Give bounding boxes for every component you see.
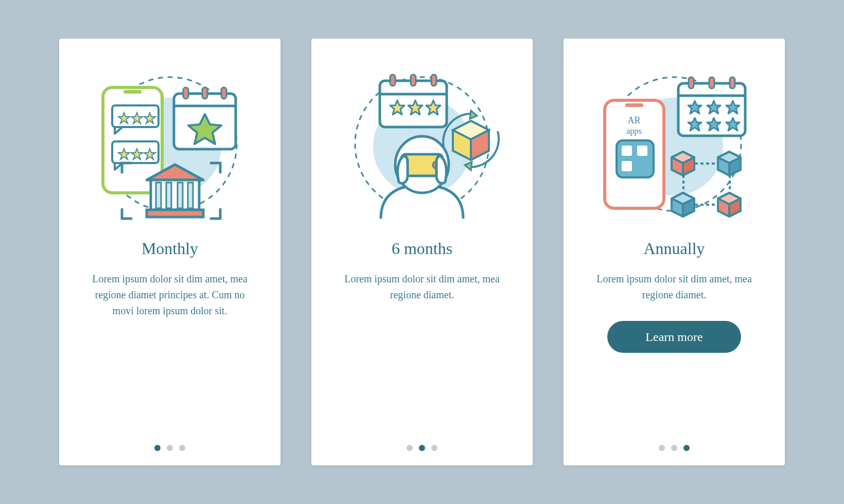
learn-more-button[interactable]: Learn more <box>607 321 741 353</box>
illustration-6months <box>340 59 504 224</box>
onboarding-card-6months: 6 months Lorem ipsum dolor sit dim amet,… <box>311 39 533 465</box>
card-body: Lorem ipsum dolor sit dim amet, mea regi… <box>340 271 504 303</box>
pager-dot[interactable] <box>671 445 677 451</box>
card-title: 6 months <box>392 239 452 258</box>
svg-rect-46 <box>637 146 647 156</box>
ar-label-line1: AR <box>627 115 640 125</box>
pager-dot[interactable] <box>167 445 173 451</box>
pager-dots <box>407 445 437 451</box>
pager-dots <box>154 445 185 451</box>
svg-rect-29 <box>390 75 395 86</box>
pager-dot[interactable] <box>683 445 690 451</box>
svg-rect-50 <box>709 77 714 88</box>
card-title: Annually <box>643 239 705 258</box>
pager-dot[interactable] <box>419 445 425 451</box>
card-title: Monthly <box>142 239 198 258</box>
svg-rect-17 <box>221 87 226 99</box>
svg-rect-24 <box>178 183 183 208</box>
pager-dot[interactable] <box>431 445 437 451</box>
svg-rect-49 <box>689 77 694 88</box>
svg-rect-51 <box>730 77 735 88</box>
card-body: Lorem ipsum dolor sit dim amet, mea regi… <box>87 271 252 319</box>
onboarding-card-annually: AR apps <box>564 39 785 465</box>
svg-rect-21 <box>147 210 203 217</box>
svg-rect-45 <box>622 146 632 156</box>
svg-marker-38 <box>470 111 477 119</box>
pager-dot[interactable] <box>659 445 665 451</box>
svg-rect-16 <box>202 87 207 99</box>
svg-rect-44 <box>617 140 654 177</box>
svg-rect-15 <box>183 87 188 99</box>
illustration-monthly <box>87 59 252 224</box>
pager-dots <box>659 445 690 451</box>
pager-dot[interactable] <box>179 445 185 451</box>
svg-rect-25 <box>188 183 193 208</box>
pager-dot[interactable] <box>154 445 161 451</box>
ar-label-line2: apps <box>626 127 641 136</box>
onboarding-card-monthly: Monthly Lorem ipsum dolor sit dim amet, … <box>59 39 280 465</box>
card-body: Lorem ipsum dolor sit dim amet, mea regi… <box>592 271 757 303</box>
pager-dot[interactable] <box>407 445 413 451</box>
svg-rect-23 <box>166 183 171 208</box>
svg-rect-30 <box>411 75 416 86</box>
illustration-annually: AR apps <box>592 59 757 224</box>
svg-rect-47 <box>622 161 632 171</box>
svg-rect-43 <box>625 103 643 107</box>
svg-rect-3 <box>124 90 142 94</box>
svg-rect-31 <box>431 75 436 86</box>
svg-rect-22 <box>156 183 161 208</box>
